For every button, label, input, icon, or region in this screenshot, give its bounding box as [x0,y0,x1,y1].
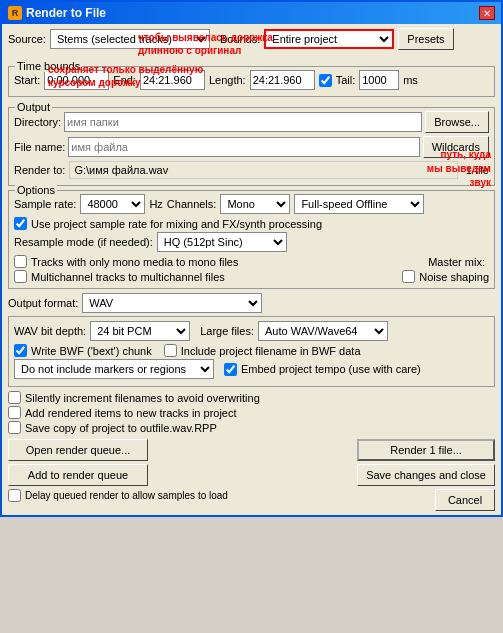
app-icon: R [8,6,22,20]
multichannel-label: Multichannel tracks to multichannel file… [31,271,225,283]
cancel-button[interactable]: Cancel [435,489,495,511]
large-files-label: Large files: [200,325,254,337]
end-input[interactable] [140,70,205,90]
delay-checkbox[interactable] [8,489,21,502]
embed-tempo-checkbox[interactable] [224,363,237,376]
source-label: Source: [8,33,46,45]
render-to-value: G:\имя файла.wav [69,161,457,179]
markers-row: Do not include markers or regions Embed … [14,359,489,379]
tracks-mono-checkbox[interactable] [14,255,27,268]
write-bwf-checkbox[interactable] [14,344,27,357]
noise-shaping-label: Noise shaping [419,271,489,283]
browse-button[interactable]: Browse... [425,111,489,133]
multichannel-checkbox[interactable] [14,270,27,283]
channels-label: Channels: [167,198,217,210]
save-copy-row: Save copy of project to outfile.wav.RPP [8,421,495,434]
open-render-queue-button[interactable]: Open render queue... [8,439,148,461]
delay-row: Delay queued render to allow samples to … [8,489,353,502]
render-to-file-window: R Render to File ✕ Source: Stems (select… [0,0,503,517]
output-group: Output Directory: Browse... File name: W… [8,107,495,186]
add-rendered-checkbox[interactable] [8,406,21,419]
resample-row: Resample mode (if needed): HQ (512pt Sin… [14,232,489,252]
options-label: Options [15,184,57,196]
window-title: Render to File [26,6,106,20]
options-group: Options Sample rate: 48000 Hz Channels: … [8,190,495,289]
presets-button[interactable]: Presets [398,28,453,50]
tail-unit-label: ms [403,74,418,86]
tail-label: Tail: [336,74,356,86]
time-bounds-label: Time bounds [15,60,82,72]
hz-label: Hz [149,198,162,210]
close-button[interactable]: ✕ [479,6,495,20]
left-bottom-buttons: Open render queue... Add to render queue… [8,439,353,504]
include-project-checkbox[interactable] [164,344,177,357]
sample-rate-select[interactable]: 48000 [80,194,145,214]
silently-row: Silently increment filenames to avoid ov… [8,391,495,404]
noise-shaping-checkbox[interactable] [402,270,415,283]
use-project-sample-label: Use project sample rate for mixing and F… [31,218,322,230]
bit-depth-select[interactable]: 24 bit PCM [90,321,190,341]
wildcards-button[interactable]: Wildcards [423,136,489,158]
start-input[interactable] [44,70,109,90]
silently-checkbox[interactable] [8,391,21,404]
length-label: Length: [209,74,246,86]
bottom-checkboxes: Silently increment filenames to avoid ov… [8,391,495,434]
render-file-button[interactable]: Render 1 file... [357,439,495,461]
add-to-queue-button[interactable]: Add to render queue [8,464,148,486]
bwf-row: Write BWF ('bext') chunk Include project… [14,344,489,357]
use-project-sample-row: Use project sample rate for mixing and F… [14,217,489,230]
render-to-label: Render to: [14,164,65,176]
filename-input[interactable] [68,137,419,157]
markers-select[interactable]: Do not include markers or regions [14,359,214,379]
time-bounds-row: Start: End: Length: Tail: ms [14,70,489,90]
filename-row: File name: Wildcards [14,136,489,158]
titlebar: R Render to File ✕ [2,2,501,24]
bit-depth-row: WAV bit depth: 24 bit PCM Large files: A… [14,321,489,341]
sample-rate-row: Sample rate: 48000 Hz Channels: Mono Ful… [14,194,489,214]
write-bwf-label: Write BWF ('bext') chunk [31,345,152,357]
directory-row: Directory: Browse... [14,111,489,133]
file-count: 1 file [466,164,489,176]
bounds-select[interactable]: Entire project [264,29,394,49]
length-input[interactable] [250,70,315,90]
delay-label: Delay queued render to allow samples to … [25,490,228,501]
tracks-mono-label: Tracks with only mono media to mono file… [31,256,238,268]
source-select[interactable]: Stems (selected tracks) [50,29,210,49]
multichannel-row: Multichannel tracks to multichannel file… [14,270,489,283]
save-copy-checkbox[interactable] [8,421,21,434]
large-files-select[interactable]: Auto WAV/Wave64 [258,321,388,341]
bit-depth-label: WAV bit depth: [14,325,86,337]
tail-checkbox[interactable] [319,74,332,87]
silently-label: Silently increment filenames to avoid ov… [25,392,260,404]
end-label: End: [113,74,136,86]
sample-rate-label: Sample rate: [14,198,76,210]
use-project-sample-checkbox[interactable] [14,217,27,230]
embed-tempo-label: Embed project tempo (use with care) [241,363,421,375]
titlebar-left: R Render to File [8,6,106,20]
output-format-select[interactable]: WAV [82,293,262,313]
main-bottom-section: Open render queue... Add to render queue… [8,439,495,511]
channels-select[interactable]: Mono [220,194,290,214]
output-format-label: Output format: [8,297,78,309]
directory-input[interactable] [64,112,422,132]
save-copy-label: Save copy of project to outfile.wav.RPP [25,422,217,434]
start-label: Start: [14,74,40,86]
tracks-mono-row: Tracks with only mono media to mono file… [14,255,489,268]
add-rendered-label: Add rendered items to new tracks in proj… [25,407,237,419]
time-bounds-group: Time bounds Start: End: Length: Tail: ms [8,66,495,97]
filename-label: File name: [14,141,65,153]
add-rendered-row: Add rendered items to new tracks in proj… [8,406,495,419]
resample-select[interactable]: HQ (512pt Sinc) [157,232,287,252]
save-changes-button[interactable]: Save changes and close [357,464,495,486]
master-mix-label: Master mix: [428,256,485,268]
right-bottom-buttons: Render 1 file... Save changes and close … [357,439,495,511]
speed-select[interactable]: Full-speed Offline [294,194,424,214]
output-format-row: Output format: WAV [8,293,495,313]
output-label: Output [15,101,52,113]
include-project-label: Include project filename in BWF data [181,345,361,357]
tail-input[interactable] [359,70,399,90]
wav-settings-group: WAV bit depth: 24 bit PCM Large files: A… [8,316,495,387]
bounds-label: Bounds: [220,33,260,45]
render-to-row: Render to: G:\имя файла.wav 1 file [14,161,489,179]
source-row: Source: Stems (selected tracks) Bounds: … [8,28,495,50]
